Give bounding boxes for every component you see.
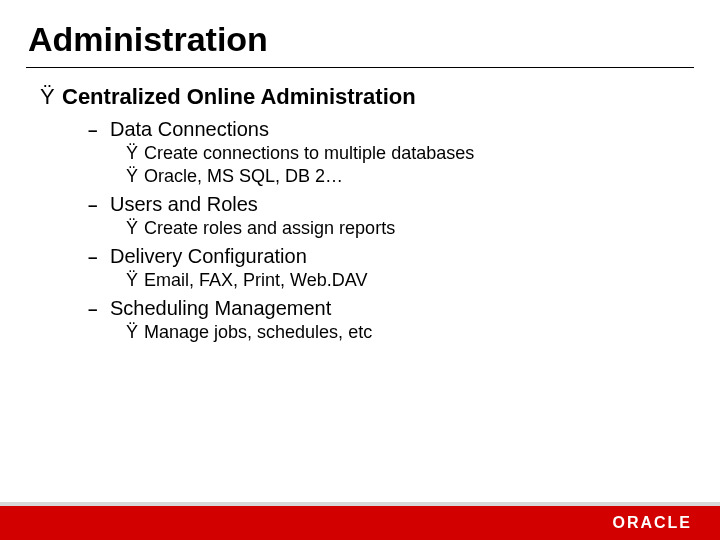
- level2-label: Scheduling Management: [110, 297, 331, 320]
- level2-item: – Scheduling Management: [88, 297, 680, 320]
- level3-text: Manage jobs, schedules, etc: [144, 322, 372, 343]
- level3-list: Ÿ Create connections to multiple databas…: [126, 143, 680, 187]
- footer: ORACLE: [0, 502, 720, 540]
- slide: Administration Ÿ Centralized Online Admi…: [0, 0, 720, 540]
- level2-label: Delivery Configuration: [110, 245, 307, 268]
- level3-text: Create connections to multiple databases: [144, 143, 474, 164]
- level2-list: – Data Connections Ÿ Create connections …: [88, 118, 680, 343]
- level2-item: – Users and Roles: [88, 193, 680, 216]
- level3-list: Ÿ Email, FAX, Print, Web.DAV: [126, 270, 680, 291]
- slide-title: Administration: [0, 0, 720, 67]
- level3-item: Ÿ Create connections to multiple databas…: [126, 143, 680, 164]
- bullet-icon: Ÿ: [126, 143, 144, 164]
- level3-item: Ÿ Create roles and assign reports: [126, 218, 680, 239]
- dash-icon: –: [88, 248, 110, 268]
- level2-label: Users and Roles: [110, 193, 258, 216]
- bullet-icon: Ÿ: [40, 84, 62, 110]
- level3-text: Email, FAX, Print, Web.DAV: [144, 270, 367, 291]
- bullet-icon: Ÿ: [126, 218, 144, 239]
- bullet-icon: Ÿ: [126, 166, 144, 187]
- dash-icon: –: [88, 196, 110, 216]
- level2-label: Data Connections: [110, 118, 269, 141]
- level3-text: Create roles and assign reports: [144, 218, 395, 239]
- level2-item: – Data Connections: [88, 118, 680, 141]
- level3-item: Ÿ Manage jobs, schedules, etc: [126, 322, 680, 343]
- footer-bar: ORACLE: [0, 506, 720, 540]
- level3-list: Ÿ Manage jobs, schedules, etc: [126, 322, 680, 343]
- dash-icon: –: [88, 300, 110, 320]
- oracle-logo: ORACLE: [612, 514, 692, 532]
- slide-content: Ÿ Centralized Online Administration – Da…: [0, 68, 720, 343]
- level1-item: Ÿ Centralized Online Administration: [40, 84, 680, 110]
- bullet-icon: Ÿ: [126, 322, 144, 343]
- level3-item: Ÿ Email, FAX, Print, Web.DAV: [126, 270, 680, 291]
- level2-item: – Delivery Configuration: [88, 245, 680, 268]
- bullet-icon: Ÿ: [126, 270, 144, 291]
- dash-icon: –: [88, 121, 110, 141]
- level3-item: Ÿ Oracle, MS SQL, DB 2…: [126, 166, 680, 187]
- level3-list: Ÿ Create roles and assign reports: [126, 218, 680, 239]
- level3-text: Oracle, MS SQL, DB 2…: [144, 166, 343, 187]
- level1-heading: Centralized Online Administration: [62, 84, 416, 110]
